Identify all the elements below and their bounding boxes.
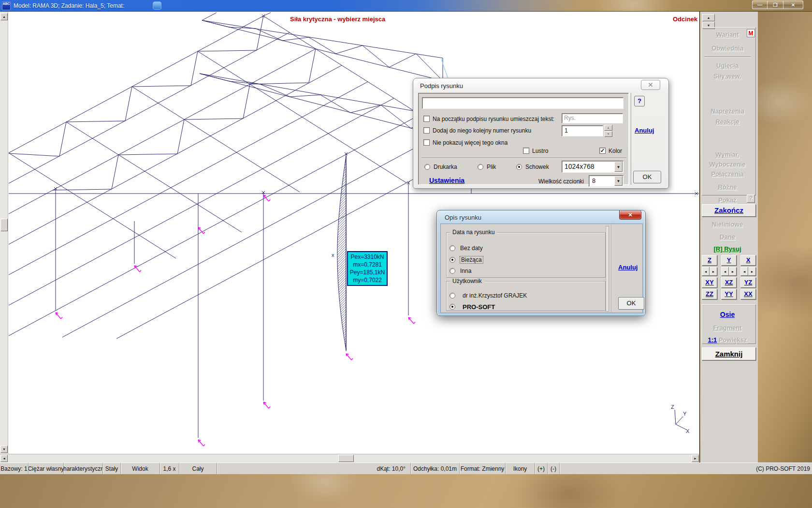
status-ikony[interactable]: Ikony — [505, 463, 535, 474]
dialog-close-button[interactable]: ✕ — [619, 210, 641, 220]
rotate-y-right-button[interactable]: ► — [729, 267, 737, 276]
prosoft-radio[interactable] — [450, 304, 455, 310]
sidebar-item-ugiecia[interactable]: Ugięcia — [700, 62, 754, 69]
status-bar: Bazowy: 1 Ciężar własny Charakterystyczn… — [0, 463, 812, 474]
sidebar-separator — [704, 57, 751, 58]
scroll-left-button[interactable]: ◄ — [0, 455, 8, 462]
one-to-one-link[interactable]: 1:1 — [708, 336, 717, 344]
sidebar-item-naprezenia[interactable]: Naprężenia — [700, 107, 754, 115]
sidebar-item-dane[interactable]: Dane — [700, 233, 754, 240]
rotate-z-right-button[interactable]: ► — [710, 267, 717, 276]
horizontal-scrollbar[interactable]: ◄ ► — [0, 454, 700, 463]
dialog-ok-button[interactable]: OK — [633, 171, 661, 183]
bez-daty-radio[interactable] — [450, 245, 455, 251]
plane-yy-button[interactable]: YY — [721, 289, 737, 299]
view-x-button[interactable]: X — [740, 255, 756, 266]
number-checkbox[interactable] — [423, 127, 430, 134]
dialog-help-button[interactable]: ? — [634, 96, 645, 106]
font-size-dropdown[interactable]: 8 ▼ — [589, 175, 624, 187]
status-widok[interactable]: Widok — [120, 463, 160, 474]
sidebar-item-rozne[interactable]: Różne — [700, 183, 754, 191]
horizontal-scroll-thumb[interactable] — [338, 455, 354, 462]
sidebar-item-osie[interactable]: Osie — [700, 311, 754, 318]
number-value-field[interactable]: 1 — [562, 125, 603, 136]
window-titlebar[interactable]: ABC Model: RAMA 3D; Zadanie: Hala_5; Tem… — [0, 0, 812, 12]
dialog-ok-button[interactable]: OK — [618, 297, 644, 310]
inna-radio-label: Inna — [460, 268, 471, 274]
sidebar-item-obwiednia[interactable]: Obwiednia — [700, 45, 754, 52]
dialog-title: Podpis rysunku — [420, 82, 463, 90]
dropdown-arrow-icon[interactable]: ▼ — [614, 162, 623, 172]
sidebar-item-powieksz[interactable]: 1:1 Powiększ — [700, 336, 754, 344]
dialog-content: Na początku podpisu rysunku umieszczaj t… — [418, 93, 629, 185]
grajek-radio[interactable] — [450, 293, 455, 299]
zamknij-button[interactable]: Zamknij — [702, 347, 756, 360]
inna-radio[interactable] — [450, 268, 455, 274]
status-staly[interactable]: Stały — [102, 463, 120, 474]
spin-down-button[interactable]: ▼ — [604, 131, 612, 137]
plane-zz-button[interactable]: ZZ — [702, 289, 717, 299]
status-base-case[interactable]: Bazowy: 1 — [0, 463, 28, 474]
status-format[interactable]: Format: Zmienny — [459, 463, 505, 474]
prefix-value-field[interactable]: Rys. — [562, 113, 623, 123]
dialog-cancel-link[interactable]: Anuluj — [618, 264, 638, 271]
rotate-z-left-button[interactable]: ◄ — [702, 267, 710, 276]
dialog-close-button[interactable]: ✕ — [641, 80, 660, 90]
scroll-up-button[interactable]: ▲ — [0, 13, 8, 20]
sidebar-item-wymiar[interactable]: Wymiar. — [700, 151, 754, 158]
help-icon[interactable]: ? — [747, 194, 755, 203]
plane-xx-button[interactable]: XX — [740, 289, 756, 299]
sidebar-item-wyboczenie[interactable]: Wyboczenie — [700, 161, 754, 168]
caption-input[interactable] — [422, 97, 624, 109]
sidebar-item-nieliniowe[interactable]: Nieliniowe — [700, 221, 754, 228]
scroll-right-button[interactable]: ► — [692, 455, 699, 462]
rotate-x-right-button[interactable]: ► — [748, 267, 756, 276]
plane-xz-button[interactable]: XZ — [721, 277, 737, 288]
maximize-button[interactable]: ❐ — [768, 0, 783, 9]
dontshow-checkbox[interactable] — [423, 139, 430, 146]
status-caly[interactable]: Cały — [179, 463, 217, 474]
rotate-y-left-button[interactable]: ◄ — [721, 267, 729, 276]
schowek-radio[interactable] — [516, 164, 522, 170]
biezaca-radio[interactable] — [450, 257, 455, 263]
resolution-dropdown[interactable]: 1024x768 ▼ — [562, 161, 624, 173]
sidebar-scroll-up-button[interactable]: ▲ — [702, 14, 715, 21]
view-y-button[interactable]: Y — [721, 255, 737, 266]
status-load-case[interactable]: Ciężar własny — [28, 463, 63, 474]
status-dkat[interactable]: dKąt: 10,0° — [217, 463, 410, 474]
dropdown-arrow-icon[interactable]: ▼ — [614, 176, 623, 186]
kolor-checkbox[interactable]: ✓ — [599, 148, 606, 154]
rotate-x-left-button[interactable]: ◄ — [740, 267, 748, 276]
tooltip-line: Pey=185,1kN — [348, 269, 387, 276]
plane-yz-button[interactable]: YZ — [740, 277, 756, 288]
view-z-button[interactable]: Z — [702, 255, 717, 266]
spin-up-button[interactable]: ▲ — [604, 125, 612, 131]
grajek-radio-label: dr inż.Krzysztof GRAJEK — [463, 292, 527, 299]
window-title: Model: RAMA 3D; Zadanie: Hala_5; Temat: — [14, 2, 124, 9]
dialog-cancel-link[interactable]: Anuluj — [635, 127, 654, 134]
status-plus-button[interactable]: (+) — [535, 463, 547, 474]
tooltip-line: Pex=3310kN — [348, 253, 387, 261]
status-minus-button[interactable]: (-) — [547, 463, 559, 474]
plik-radio[interactable] — [478, 164, 483, 170]
vertical-scrollbar[interactable]: ▲ ▼ — [0, 12, 8, 454]
drukarka-radio-label: Drukarka — [434, 164, 457, 170]
sidebar-item-polaczenia[interactable]: Połączenia — [700, 170, 754, 178]
status-odchylka[interactable]: Odchyłka: 0,01m — [410, 463, 459, 474]
drukarka-radio[interactable] — [424, 164, 430, 170]
prefix-checkbox[interactable] — [423, 116, 430, 122]
ustawienia-link[interactable]: Ustawienia — [429, 177, 464, 184]
plane-xy-button[interactable]: XY — [702, 277, 717, 288]
vertical-scroll-thumb[interactable] — [0, 219, 8, 231]
lustro-checkbox[interactable] — [523, 148, 529, 154]
sidebar-item-reakcje[interactable]: Reakcje — [700, 118, 754, 125]
status-combination[interactable]: Charakterystyczne — [63, 463, 102, 474]
minimize-button[interactable]: — — [752, 0, 768, 9]
status-zoom-factor[interactable]: 1,6 x — [160, 463, 179, 474]
sidebar-item-fragment[interactable]: Fragment — [700, 324, 754, 331]
zakoncz-button[interactable]: Zakończ — [702, 204, 756, 217]
scroll-down-button[interactable]: ▼ — [0, 446, 8, 453]
sidebar-item-sily-wew[interactable]: Siły wew. — [700, 73, 754, 80]
close-button[interactable]: ✕ — [783, 0, 803, 9]
sidebar-item-rysuj[interactable]: [R] Rysuj — [700, 245, 754, 253]
